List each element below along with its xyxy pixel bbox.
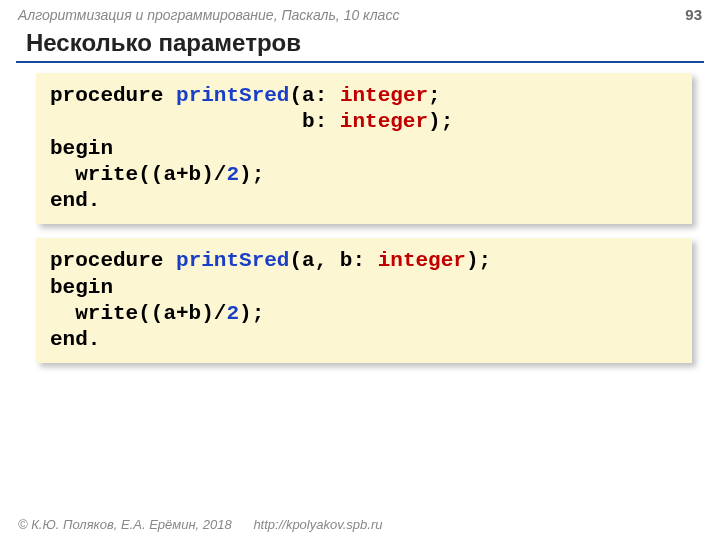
code-text: write((a+b)/ <box>50 163 226 186</box>
code-text: ); <box>239 302 264 325</box>
code-text: (a, b: <box>289 249 377 272</box>
code-text: write((a+b)/ <box>50 302 226 325</box>
code-text: procedure <box>50 249 176 272</box>
code-num: 2 <box>226 302 239 325</box>
code-text: ); <box>466 249 491 272</box>
code-text: (a: <box>289 84 339 107</box>
code-text: begin <box>50 137 113 160</box>
course-label: Алгоритмизация и программирование, Паска… <box>18 7 399 23</box>
code-fn: printSred <box>176 249 289 272</box>
code-text: end. <box>50 189 100 212</box>
code-block-1: procedure printSred(a: integer; b: integ… <box>36 73 692 224</box>
code-fn: printSred <box>176 84 289 107</box>
code-text: ; <box>428 84 441 107</box>
code-type: integer <box>378 249 466 272</box>
slide-footer: © К.Ю. Поляков, Е.А. Ерёмин, 2018 http:/… <box>18 517 382 532</box>
code-type: integer <box>340 110 428 133</box>
footer-url: http://kpolyakov.spb.ru <box>253 517 382 532</box>
page-number: 93 <box>685 6 702 23</box>
code-text: b: <box>50 110 340 133</box>
code-num: 2 <box>226 163 239 186</box>
code-block-2: procedure printSred(a, b: integer); begi… <box>36 238 692 363</box>
code-text: ); <box>428 110 453 133</box>
slide-title: Несколько параметров <box>0 25 720 61</box>
code-text: begin <box>50 276 113 299</box>
slide-header: Алгоритмизация и программирование, Паска… <box>0 0 720 25</box>
code-text: end. <box>50 328 100 351</box>
title-underline <box>16 61 704 63</box>
code-type: integer <box>340 84 428 107</box>
code-text: ); <box>239 163 264 186</box>
copyright: © К.Ю. Поляков, Е.А. Ерёмин, 2018 <box>18 517 232 532</box>
code-text: procedure <box>50 84 176 107</box>
